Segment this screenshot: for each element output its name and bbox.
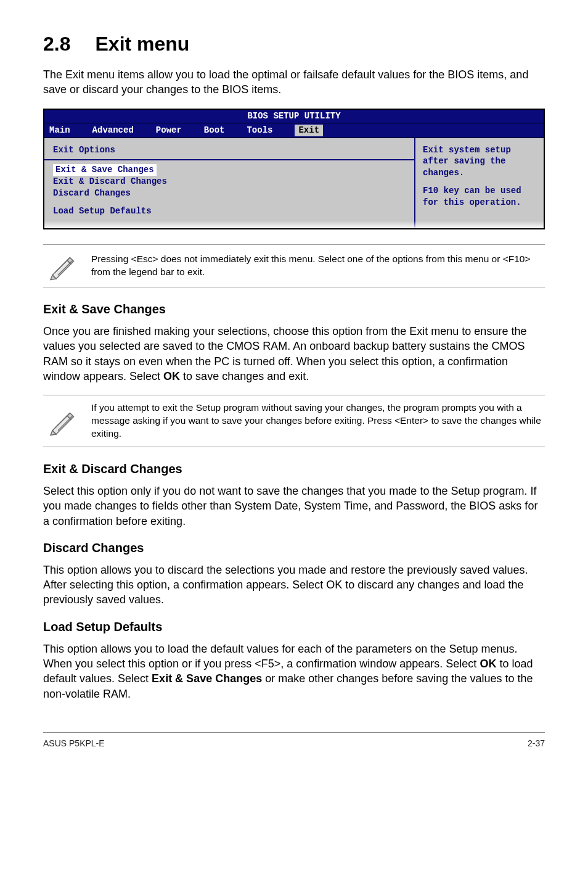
bios-tab-power[interactable]: Power [156, 125, 182, 136]
pencil-note-icon [43, 406, 80, 436]
heading-exit-discard: Exit & Discard Changes [43, 461, 545, 477]
bios-tab-main[interactable]: Main [49, 125, 70, 136]
pencil-note-icon [43, 251, 80, 281]
paragraph-discard: This option allows you to discard the se… [43, 563, 545, 608]
bios-help-line: after saving the [423, 155, 536, 167]
bios-tab-boot[interactable]: Boot [204, 125, 225, 136]
bios-help-pane: Exit system setup after saving the chang… [414, 138, 544, 228]
paragraph-exit-discard: Select this option only if you do not wa… [43, 484, 545, 529]
bios-left-pane: Exit Options Exit & Save Changes Exit & … [44, 138, 414, 228]
note-text-enter: If you attempt to exit the Setup program… [91, 402, 542, 440]
bios-tab-exit[interactable]: Exit [295, 125, 323, 136]
note-text-esc: Pressing <Esc> does not immediately exit… [91, 253, 542, 279]
heading-load-defaults: Load Setup Defaults [43, 619, 545, 635]
page-footer: ASUS P5KPL-E 2-37 [43, 732, 545, 749]
bios-tab-bar: Main Advanced Power Boot Tools Exit [44, 123, 544, 138]
bios-divider [44, 159, 414, 160]
footer-left: ASUS P5KPL-E [43, 738, 105, 749]
bios-help-line: for this operation. [423, 197, 536, 208]
paragraph-exit-save: Once you are finished making your select… [43, 324, 545, 384]
bios-screenshot: BIOS SETUP UTILITY Main Advanced Power B… [43, 109, 545, 229]
bios-help-line: F10 key can be used [423, 185, 536, 197]
note-block-esc: Pressing <Esc> does not immediately exit… [43, 244, 545, 287]
bios-item-exit-discard[interactable]: Exit & Discard Changes [53, 176, 406, 188]
exit-save-bold: Exit & Save Changes [152, 672, 262, 685]
intro-paragraph: The Exit menu items allow you to load th… [43, 67, 545, 97]
section-heading: 2.8Exit menu [43, 31, 545, 57]
ok-bold: OK [163, 370, 180, 382]
bios-tab-advanced[interactable]: Advanced [92, 125, 134, 136]
ok-bold: OK [480, 658, 496, 670]
bios-item-load-defaults[interactable]: Load Setup Defaults [53, 205, 406, 217]
bios-help-line: Exit system setup [423, 144, 536, 156]
heading-exit-save: Exit & Save Changes [43, 301, 545, 318]
heading-discard: Discard Changes [43, 540, 545, 556]
bios-item-exit-save[interactable]: Exit & Save Changes [53, 164, 157, 176]
note-block-enter: If you attempt to exit the Setup program… [43, 395, 545, 447]
bios-utility-title: BIOS SETUP UTILITY [44, 110, 544, 123]
ok-sans: OK [326, 579, 342, 591]
text-fragment: to save changes and exit. [180, 370, 309, 382]
footer-right: 2-37 [528, 738, 545, 749]
bios-tab-tools[interactable]: Tools [247, 125, 272, 136]
text-fragment: This option allows you to load the defau… [43, 643, 517, 670]
section-number: 2.8 [43, 31, 70, 57]
bios-help-line: changes. [423, 167, 536, 179]
section-title-text: Exit menu [95, 33, 189, 55]
paragraph-load-defaults: This option allows you to load the defau… [43, 642, 545, 701]
bios-item-discard[interactable]: Discard Changes [53, 188, 406, 199]
bios-exit-options-heading: Exit Options [53, 144, 406, 156]
